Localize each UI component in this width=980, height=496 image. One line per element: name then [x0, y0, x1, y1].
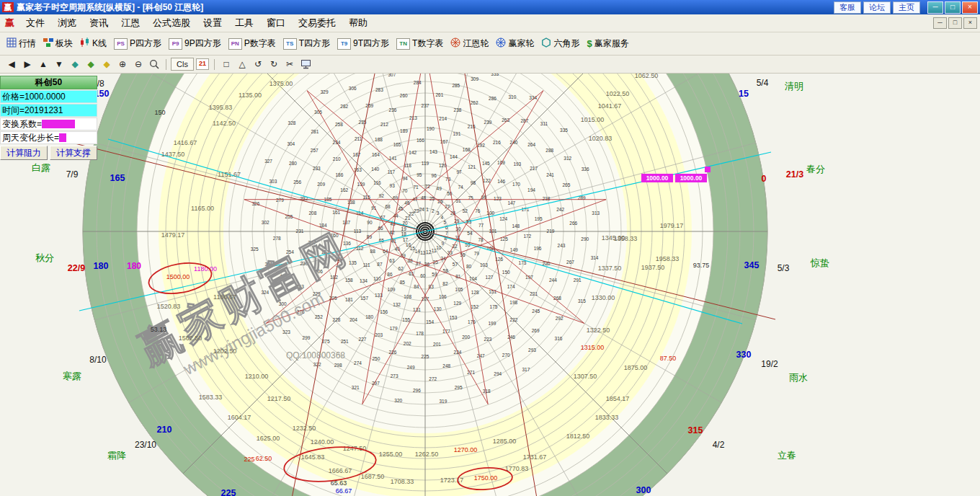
toolbar-label: K线: [92, 37, 107, 50]
close-button[interactable]: ×: [962, 1, 978, 14]
svg-text:94: 94: [402, 176, 408, 181]
doc-restore-button[interactable]: □: [948, 17, 962, 29]
svg-text:1358.33: 1358.33: [614, 235, 638, 242]
menu-window[interactable]: 窗口: [260, 15, 292, 31]
next-arrow-button[interactable]: ▶: [20, 58, 35, 71]
zoom-out-button[interactable]: ⊖: [131, 58, 146, 71]
home-button[interactable]: 主页: [893, 1, 920, 14]
calc-support-button[interactable]: 计算支撑: [50, 146, 97, 160]
step-field[interactable]: 周天变化步长=: [0, 131, 97, 144]
svg-text:1322.50: 1322.50: [587, 327, 610, 334]
winner-service-button[interactable]: $赢家服务: [583, 35, 632, 52]
svg-text:319: 319: [439, 399, 447, 404]
svg-text:270: 270: [502, 353, 510, 358]
svg-text:214: 214: [439, 116, 447, 121]
svg-text:313: 313: [592, 211, 600, 216]
quotes-button[interactable]: 行情: [3, 35, 40, 52]
info-panel: 科创50 价格=1000.0000 时间=20191231 变换系数= 周天变化…: [0, 76, 97, 160]
svg-text:241: 241: [546, 172, 554, 177]
scissors-tool-button[interactable]: ✂: [282, 58, 297, 71]
menu-settings[interactable]: 设置: [197, 15, 228, 31]
time-field[interactable]: 时间=20191231: [0, 104, 97, 117]
support-button[interactable]: 客服: [834, 1, 861, 14]
pn-icon: PN: [228, 38, 242, 50]
cls-button[interactable]: Cls: [171, 58, 194, 71]
svg-text:310: 310: [508, 94, 516, 99]
svg-text:345: 345: [744, 260, 760, 270]
svg-text:1330.00: 1330.00: [592, 294, 615, 301]
svg-text:1750.00: 1750.00: [474, 474, 498, 482]
svg-text:24: 24: [419, 207, 425, 212]
svg-text:249: 249: [407, 365, 415, 370]
toolbar-label: 行情: [19, 37, 36, 50]
wheel-icon: [496, 37, 506, 50]
menu-gann[interactable]: 江恩: [115, 15, 146, 31]
svg-text:1217.50: 1217.50: [267, 395, 291, 402]
rotate-cw-button[interactable]: ↻: [267, 58, 281, 71]
svg-text:258: 258: [335, 122, 343, 127]
winner-wheel-button[interactable]: 赢家轮: [492, 35, 538, 52]
gann-wheel-canvas[interactable]: 1234567891011121314151617181920212223242…: [0, 74, 980, 496]
svg-text:56: 56: [460, 252, 466, 257]
menu-file[interactable]: 文件: [19, 15, 51, 31]
svg-text:1395.83: 1395.83: [209, 104, 233, 111]
svg-text:127: 127: [486, 275, 494, 280]
screen-tool-button[interactable]: [298, 58, 313, 71]
rotate-ccw-button[interactable]: ↺: [251, 58, 265, 71]
menu-tools[interactable]: 工具: [228, 15, 260, 31]
menu-browse[interactable]: 浏览: [51, 15, 83, 31]
svg-text:1833.33: 1833.33: [595, 414, 619, 421]
doc-minimize-button[interactable]: ─: [933, 17, 947, 29]
svg-text:49: 49: [437, 186, 442, 191]
svg-text:106: 106: [439, 294, 447, 299]
svg-text:228: 228: [333, 317, 341, 322]
svg-text:329: 329: [321, 89, 329, 94]
down-triangle-button[interactable]: ▼: [52, 58, 66, 71]
menu-formula-pick[interactable]: 公式选股: [146, 15, 197, 31]
menu-news[interactable]: 资讯: [83, 15, 115, 31]
coef-value-highlight: [42, 120, 75, 128]
svg-text:218: 218: [543, 196, 551, 201]
diamond-yellow-button[interactable]: ◆: [99, 58, 114, 71]
svg-text:225: 225: [221, 488, 236, 496]
diamond-green-button[interactable]: ◆: [84, 58, 98, 71]
svg-text:1020.83: 1020.83: [589, 135, 612, 142]
svg-text:274: 274: [354, 360, 362, 366]
triangle-tool-button[interactable]: △: [235, 58, 249, 71]
calc-resistance-button[interactable]: 计算阻力: [0, 146, 48, 160]
svg-text:1: 1: [426, 207, 429, 212]
svg-text:104: 104: [469, 276, 477, 281]
kline-button[interactable]: K线: [76, 35, 110, 52]
p-square-button[interactable]: PSP四方形: [110, 35, 165, 52]
hex-icon: [541, 37, 551, 50]
zoom-tool-button[interactable]: [147, 58, 161, 71]
doc-close-button[interactable]: ×: [963, 17, 977, 29]
hexagon-button[interactable]: 六角形: [538, 35, 583, 52]
gann-wheel-button[interactable]: 江恩轮: [447, 35, 492, 52]
svg-text:158: 158: [345, 278, 353, 283]
diamond-teal-button[interactable]: ◆: [68, 58, 82, 71]
price-field[interactable]: 价格=1000.0000: [0, 90, 97, 103]
prev-arrow-button[interactable]: ◀: [4, 58, 19, 71]
minimize-button[interactable]: ─: [927, 1, 943, 14]
p-table-button[interactable]: PNP数字表: [225, 35, 280, 52]
9p-square-button[interactable]: P99P四方形: [165, 35, 225, 52]
coef-field[interactable]: 变换系数=: [0, 118, 97, 130]
svg-text:29: 29: [454, 218, 460, 223]
forum-button[interactable]: 论坛: [863, 1, 891, 14]
up-triangle-button[interactable]: ▲: [36, 58, 50, 71]
sectors-button[interactable]: 板块: [40, 35, 76, 52]
restore-button[interactable]: □: [945, 1, 961, 14]
9t-square-button[interactable]: T99T四方形: [334, 35, 393, 52]
t-table-button[interactable]: TNT数字表: [393, 35, 447, 52]
menu-help[interactable]: 帮助: [342, 15, 374, 31]
svg-text:196: 196: [534, 246, 542, 251]
svg-text:180: 180: [94, 261, 109, 271]
calendar-21-button[interactable]: 21: [195, 58, 210, 71]
zoom-in-button[interactable]: ⊕: [115, 58, 130, 71]
rect-tool-button[interactable]: □: [219, 58, 233, 71]
svg-text:110: 110: [373, 276, 381, 281]
t-square-button[interactable]: TST四方形: [280, 35, 334, 52]
step-value-highlight: [59, 133, 66, 142]
menu-trade[interactable]: 交易委托: [292, 15, 342, 31]
